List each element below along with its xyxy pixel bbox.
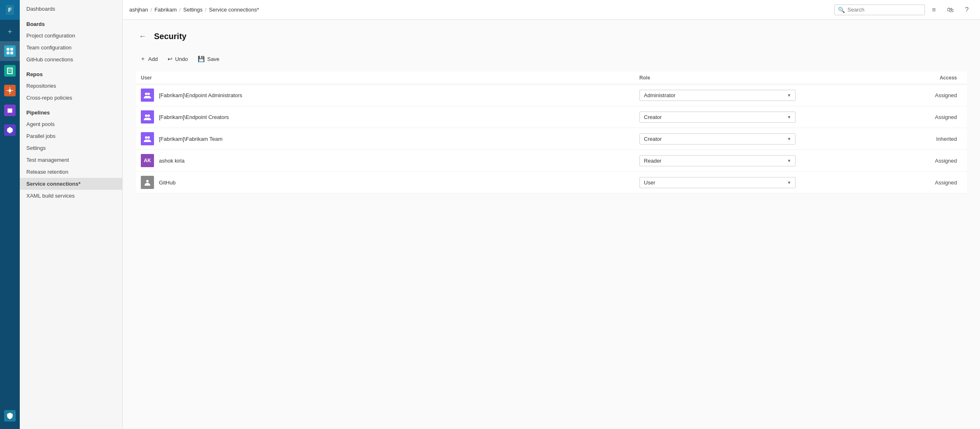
role-cell: Reader ▼ [635, 150, 801, 172]
repos-rail-icon[interactable] [0, 61, 20, 81]
role-value: Creator [644, 114, 662, 120]
search-input[interactable] [847, 7, 921, 13]
breadcrumb: ashjhan / Fabrikam / Settings / Service … [129, 7, 832, 13]
sidebar-item-dashboards[interactable]: Dashboards [20, 0, 122, 15]
svg-point-11 [146, 180, 149, 182]
svg-point-8 [147, 114, 150, 117]
col-header-user: User [136, 72, 635, 84]
access-cell: Assigned [800, 84, 967, 106]
sidebar-item-cross-repo-policies[interactable]: Cross-repo policies [20, 92, 122, 104]
notifications-icon[interactable]: ≡ [927, 3, 940, 16]
sidebar-header-pipelines: Pipelines [20, 104, 122, 118]
save-icon: 💾 [198, 56, 205, 62]
user-name: [Fabrikam]\Endpoint Creators [159, 114, 229, 120]
help-icon[interactable]: ? [960, 3, 973, 16]
content-area: ← Security ＋ Add ↩ Undo 💾 Save User [123, 20, 980, 429]
svg-point-6 [147, 93, 150, 95]
sidebar: Dashboards Boards Project configuration … [20, 0, 123, 429]
role-cell: User ▼ [635, 172, 801, 194]
role-dropdown[interactable]: Reader ▼ [639, 155, 796, 166]
svg-point-4 [9, 89, 12, 92]
add-button[interactable]: ＋ Add [136, 53, 162, 65]
search-box[interactable]: 🔍 [834, 5, 925, 15]
pipelines-rail-icon[interactable] [0, 81, 20, 100]
sidebar-item-github-connections[interactable]: GitHub connections [20, 54, 122, 65]
breadcrumb-project[interactable]: Fabrikam [154, 7, 177, 13]
add-icon: ＋ [140, 55, 146, 63]
topbar-actions: ≡ 🛍 ? [927, 3, 973, 16]
sidebar-item-settings[interactable]: Settings [20, 142, 122, 154]
page-title: Security [154, 32, 187, 41]
svg-point-5 [145, 93, 147, 95]
sidebar-item-test-management[interactable]: Test management [20, 154, 122, 166]
back-button[interactable]: ← [136, 30, 149, 43]
user-cell: [Fabrikam]\Endpoint Administrators [136, 84, 635, 106]
user-avatar [141, 132, 154, 145]
access-cell: Assigned [800, 106, 967, 128]
undo-button[interactable]: ↩ Undo [163, 53, 192, 65]
toolbar: ＋ Add ↩ Undo 💾 Save [136, 53, 967, 65]
role-dropdown[interactable]: User ▼ [639, 177, 796, 188]
sidebar-item-xaml-build-services[interactable]: XAML build services [20, 190, 122, 202]
add-icon[interactable]: ＋ [0, 21, 20, 41]
role-value: User [644, 180, 655, 186]
svg-rect-3 [10, 51, 13, 54]
sidebar-item-team-configuration[interactable]: Team configuration [20, 42, 122, 54]
sidebar-item-service-connections[interactable]: Service connections* [20, 178, 122, 190]
table-row: [Fabrikam]\Endpoint Creators Creator ▼ A… [136, 106, 967, 128]
svg-rect-2 [7, 51, 9, 54]
security-rail-icon[interactable] [0, 406, 20, 426]
boards-rail-icon[interactable] [0, 41, 20, 61]
search-icon: 🔍 [838, 7, 845, 13]
sidebar-item-project-configuration[interactable]: Project configuration [20, 30, 122, 42]
user-cell: AK ashok kirla [136, 150, 635, 172]
org-logo[interactable]: F [0, 0, 20, 20]
role-dropdown[interactable]: Creator ▼ [639, 112, 796, 123]
user-name: ashok kirla [159, 158, 184, 164]
role-dropdown[interactable]: Administrator ▼ [639, 90, 796, 101]
svg-point-9 [145, 136, 147, 139]
role-cell: Creator ▼ [635, 128, 801, 150]
user-avatar: AK [141, 154, 154, 167]
sidebar-item-agent-pools[interactable]: Agent pools [20, 118, 122, 130]
svg-point-10 [147, 136, 150, 139]
breadcrumb-settings[interactable]: Settings [183, 7, 203, 13]
testplans-rail-icon[interactable] [0, 100, 20, 120]
table-row: [Fabrikam]\Endpoint Administrators Admin… [136, 84, 967, 106]
sidebar-header-boards: Boards [20, 15, 122, 30]
svg-point-7 [145, 114, 147, 117]
access-cell: Assigned [800, 172, 967, 194]
shopping-icon[interactable]: 🛍 [944, 3, 957, 16]
access-cell: Assigned [800, 150, 967, 172]
table-row: GitHub User ▼ Assigned [136, 172, 967, 194]
user-avatar [141, 110, 154, 124]
artifacts-rail-icon[interactable] [0, 120, 20, 140]
table-row: AK ashok kirla Reader ▼ Assigned [136, 150, 967, 172]
role-value: Reader [644, 158, 662, 164]
chevron-down-icon: ▼ [787, 93, 791, 98]
save-button[interactable]: 💾 Save [194, 53, 224, 65]
role-value: Creator [644, 136, 662, 142]
user-avatar [141, 176, 154, 189]
col-header-role: Role [635, 72, 801, 84]
chevron-down-icon: ▼ [787, 137, 791, 141]
role-cell: Administrator ▼ [635, 84, 801, 106]
user-name: [Fabrikam]\Endpoint Administrators [159, 92, 242, 98]
main-content: ashjhan / Fabrikam / Settings / Service … [123, 0, 980, 429]
sidebar-item-repositories[interactable]: Repositories [20, 80, 122, 92]
sidebar-item-release-retention[interactable]: Release retention [20, 166, 122, 178]
chevron-down-icon: ▼ [787, 159, 791, 163]
role-dropdown[interactable]: Creator ▼ [639, 133, 796, 145]
user-cell: GitHub [136, 172, 635, 194]
topbar: ashjhan / Fabrikam / Settings / Service … [123, 0, 980, 20]
user-name: GitHub [159, 180, 175, 186]
sidebar-header-repos: Repos [20, 65, 122, 80]
breadcrumb-org[interactable]: ashjhan [129, 7, 148, 13]
user-cell: [Fabrikam]\Fabrikam Team [136, 128, 635, 150]
sidebar-item-parallel-jobs[interactable]: Parallel jobs [20, 130, 122, 142]
chevron-down-icon: ▼ [787, 115, 791, 119]
svg-rect-0 [7, 48, 9, 51]
left-rail: F ＋ [0, 0, 20, 429]
user-name: [Fabrikam]\Fabrikam Team [159, 136, 222, 142]
role-value: Administrator [644, 92, 676, 98]
